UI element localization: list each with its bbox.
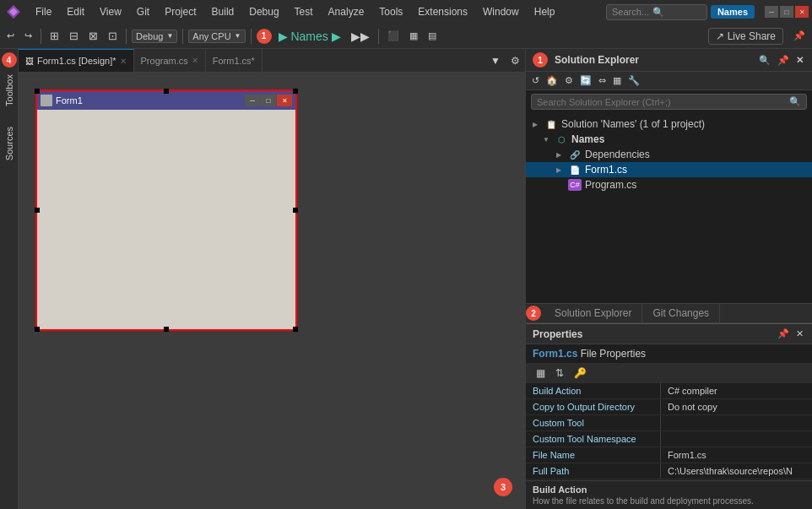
props-desc-title: Build Action <box>533 485 805 495</box>
badge-2: 2 <box>526 306 541 321</box>
handle-br[interactable] <box>293 327 298 332</box>
toolbar-layout2[interactable]: ▤ <box>425 29 440 43</box>
menu-debug[interactable]: Debug <box>242 3 285 21</box>
run-button[interactable]: ▶ Names ▶ <box>275 30 344 43</box>
toolbar-redo[interactable]: ↪ <box>21 29 35 43</box>
menu-build[interactable]: Build <box>205 3 241 21</box>
tab-program[interactable]: Program.cs ✕ <box>134 49 206 73</box>
tree-icon-deps: 🔗 <box>568 149 582 160</box>
props-btn-sort[interactable]: ⇅ <box>552 366 567 381</box>
config-dropdown[interactable]: Debug ▼ <box>132 30 177 43</box>
menu-git[interactable]: Git <box>130 3 156 21</box>
props-close-icon[interactable]: ✕ <box>794 328 805 340</box>
menu-project[interactable]: Project <box>158 3 203 21</box>
tab-form1-design[interactable]: 🖼 Form1.cs [Design]* ✕ <box>19 49 134 73</box>
handle-bm[interactable] <box>164 327 169 332</box>
se-pin-icon[interactable]: 📌 <box>776 54 791 67</box>
toolbar-layout[interactable]: ▦ <box>406 29 421 43</box>
handle-mr[interactable] <box>293 208 298 213</box>
menu-view[interactable]: View <box>93 3 128 21</box>
sources-label[interactable]: Sources <box>3 120 16 167</box>
form-minimize[interactable]: ─ <box>245 95 260 106</box>
se-btn-6[interactable]: ▦ <box>610 74 624 87</box>
close-button[interactable]: ✕ <box>795 6 809 18</box>
toolbar-undo[interactable]: ↩ <box>3 29 18 43</box>
names-button[interactable]: Names <box>711 5 755 19</box>
tree-dependencies[interactable]: ▶ 🔗 Dependencies <box>526 147 812 162</box>
platform-arrow: ▼ <box>235 32 241 40</box>
form-close[interactable]: ✕ <box>277 95 292 106</box>
minimize-button[interactable]: ─ <box>765 6 778 18</box>
prop-value-copy-output: Do not copy <box>661 399 812 414</box>
tree-form1cs[interactable]: ▶ 📄 Form1.cs <box>526 162 812 177</box>
menu-analyze[interactable]: Analyze <box>322 3 371 21</box>
tree-programcs[interactable]: C# Program.cs <box>526 177 812 192</box>
se-btn-5[interactable]: ⇔ <box>596 74 609 87</box>
se-btn-4[interactable]: 🔄 <box>577 74 594 87</box>
bottom-tab-git-changes[interactable]: Git Changes <box>642 304 720 322</box>
restore-button[interactable]: □ <box>780 6 793 18</box>
prop-row-build-action[interactable]: Build Action C# compiler <box>526 383 812 399</box>
liveshare-button[interactable]: ↗ Live Share <box>708 28 783 45</box>
tab-form1-cs[interactable]: Form1.cs* <box>206 49 263 73</box>
menu-test[interactable]: Test <box>288 3 320 21</box>
badge-top: 1 <box>533 52 548 68</box>
search-box[interactable]: Search... 🔍 <box>606 4 707 20</box>
toolbar-btn-1[interactable]: ⊞ <box>46 28 62 44</box>
handle-tm[interactable] <box>164 89 169 94</box>
badge-3: 3 <box>494 478 512 496</box>
se-close-icon[interactable]: ✕ <box>794 54 805 67</box>
toolbar-pin[interactable]: 📌 <box>790 29 809 43</box>
toolbox-label[interactable]: Toolbox <box>3 68 16 113</box>
props-btn-grid[interactable]: ▦ <box>533 366 549 381</box>
toolbar-btn-2[interactable]: ⊟ <box>66 28 82 44</box>
toolbar-step[interactable]: ▶▶ <box>348 28 373 45</box>
se-search-input[interactable] <box>537 97 786 107</box>
tab-dropdown[interactable]: ▼ <box>485 55 506 67</box>
tree-solution[interactable]: ▶ 📋 Solution 'Names' (1 of 1 project) <box>526 116 812 132</box>
toolbar-sep-4 <box>251 29 252 44</box>
prop-row-filename[interactable]: File Name Form1.cs <box>526 447 812 463</box>
prop-row-custom-tool-ns[interactable]: Custom Tool Namespace <box>526 431 812 447</box>
tab-gear[interactable]: ⚙ <box>506 55 525 67</box>
platform-dropdown[interactable]: Any CPU ▼ <box>188 30 245 43</box>
tab-program-close[interactable]: ✕ <box>192 56 198 65</box>
toolbar-breakpoint[interactable]: ⬛ <box>384 29 403 43</box>
props-toolbar: ▦ ⇅ 🔑 <box>526 363 812 383</box>
props-btn-key[interactable]: 🔑 <box>571 366 590 381</box>
bottom-tab-solution-explorer[interactable]: Solution Explorer <box>544 304 642 322</box>
form-restore[interactable]: □ <box>261 95 276 106</box>
menu-file[interactable]: File <box>29 3 58 21</box>
tree-label-names: Names <box>571 133 604 145</box>
prop-row-custom-tool[interactable]: Custom Tool <box>526 415 812 431</box>
props-file-sublabel2: File Properties <box>581 348 646 360</box>
form-content[interactable] <box>37 110 295 329</box>
form-title: Form1 <box>56 95 83 106</box>
menu-extensions[interactable]: Extensions <box>411 3 474 21</box>
tree-names[interactable]: ▼ ⬡ Names <box>526 132 812 147</box>
handle-bl[interactable] <box>35 327 40 332</box>
toolbar-sep-5 <box>378 29 379 44</box>
se-btn-3[interactable]: ⚙ <box>562 74 576 87</box>
se-search-box[interactable]: 🔍 <box>531 94 807 110</box>
handle-ml[interactable] <box>35 208 40 213</box>
se-btn-1[interactable]: ↺ <box>529 74 542 87</box>
prop-row-fullpath[interactable]: Full Path C:\Users\thrak\source\repos\N <box>526 463 812 479</box>
menu-edit[interactable]: Edit <box>60 3 91 21</box>
tree-arrow-names: ▼ <box>543 136 551 143</box>
toolbar-btn-4[interactable]: ⊡ <box>105 28 121 44</box>
menu-window[interactable]: Window <box>476 3 526 21</box>
se-btn-2[interactable]: 🏠 <box>544 74 560 87</box>
handle-tr[interactable] <box>293 89 298 94</box>
toolbar-btn-3[interactable]: ⊠ <box>85 28 101 44</box>
tab-form1-design-close[interactable]: ✕ <box>120 57 127 66</box>
se-btn-7[interactable]: 🔧 <box>625 74 642 87</box>
menu-tools[interactable]: Tools <box>372 3 409 21</box>
tree-view: ▶ 📋 Solution 'Names' (1 of 1 project) ▼ … <box>526 113 812 303</box>
se-search-icon[interactable]: 🔍 <box>757 54 772 67</box>
form-window[interactable]: Form1 ─ □ ✕ <box>35 89 297 331</box>
menu-help[interactable]: Help <box>528 3 562 21</box>
props-pin-icon[interactable]: 📌 <box>776 328 791 340</box>
prop-row-copy-output[interactable]: Copy to Output Directory Do not copy <box>526 399 812 415</box>
handle-tl[interactable] <box>35 89 40 94</box>
